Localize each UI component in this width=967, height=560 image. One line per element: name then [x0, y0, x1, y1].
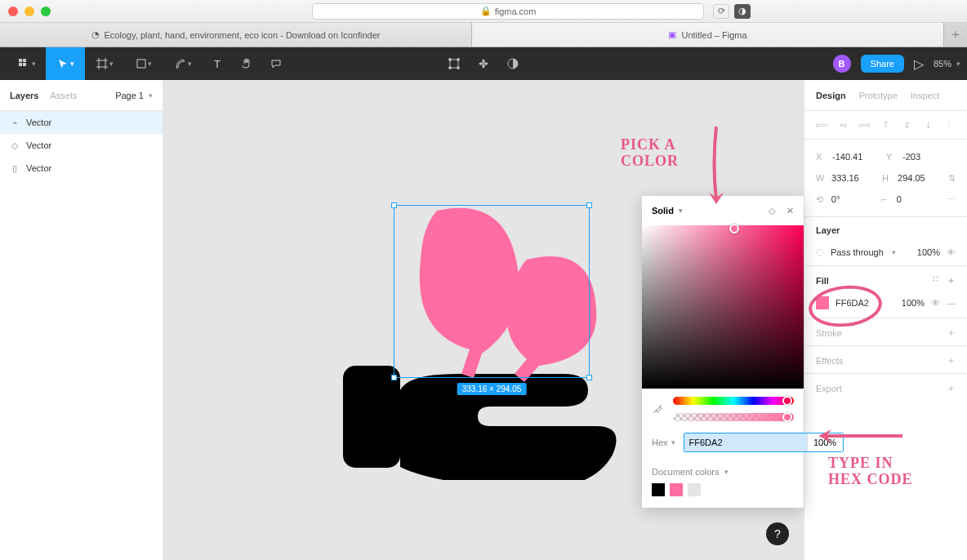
distribute-icon[interactable]: ⋮ [942, 118, 957, 132]
prop-x[interactable]: -140.41 [832, 152, 881, 162]
component-icon[interactable] [478, 58, 489, 69]
fill-swatch[interactable] [816, 296, 829, 309]
prop-w[interactable]: 333.16 [831, 173, 877, 183]
svg-text:T: T [214, 59, 221, 69]
tab-inspect[interactable]: Inspect [911, 91, 939, 100]
alpha-slider[interactable] [673, 413, 794, 421]
add-effect-icon[interactable]: ＋ [947, 354, 956, 367]
remove-fill-icon[interactable]: — [947, 298, 956, 308]
browser-chrome-top: 🔒 figma.com ⟳ ◑ [0, 0, 967, 23]
svg-point-11 [448, 59, 451, 61]
svg-rect-1 [19, 63, 22, 66]
constrain-icon[interactable]: ⇅ [948, 173, 956, 184]
fill-hex[interactable]: FF6DA2 [836, 298, 869, 308]
align-left-icon[interactable]: ⟸ [814, 118, 829, 132]
layer-item-0[interactable]: ⌁ Vector [0, 111, 163, 134]
left-panel: Layers Assets Page 1▾ ⌁ Vector ◇ Vector … [0, 80, 163, 560]
svg-point-14 [457, 67, 459, 69]
align-controls: ⟸ ⇔ ⟹ ⤒ ⇕ ⤓ ⋮ [804, 111, 967, 140]
reload-icon[interactable]: ⟳ [713, 4, 729, 19]
help-button[interactable]: ? [766, 522, 789, 545]
pen-tool[interactable]: ▾ [163, 47, 203, 80]
align-right-icon[interactable]: ⟹ [857, 118, 871, 132]
color-format-select[interactable]: Hex▾ [652, 438, 675, 447]
hex-input-group [684, 433, 844, 452]
visibility-icon[interactable]: 👁 [947, 247, 956, 257]
traffic-lights [8, 7, 51, 16]
color-mode-select[interactable]: Solid▾ [652, 206, 683, 216]
frame-tool[interactable]: ▾ [85, 47, 124, 80]
color-picker-popup: Solid▾ ◇ ✕ Hex▾ Document colors▾ [642, 196, 804, 508]
edit-object-icon[interactable] [448, 58, 460, 69]
color-field[interactable] [642, 225, 804, 389]
svg-rect-10 [450, 60, 458, 68]
selection-dimensions: 333.16 × 294.05 [457, 383, 527, 395]
prop-corner[interactable]: 0 [897, 194, 942, 204]
tab-design[interactable]: Design [816, 91, 846, 100]
add-fill-icon[interactable]: ＋ [947, 274, 956, 287]
fill-visibility-icon[interactable]: 👁 [931, 298, 940, 308]
add-stroke-icon[interactable]: ＋ [947, 327, 956, 339]
hex-opacity-input[interactable] [807, 433, 843, 451]
add-export-icon[interactable]: ＋ [947, 382, 956, 394]
new-tab-button[interactable]: ＋ [944, 23, 967, 47]
tab-layers[interactable]: Layers [10, 91, 38, 100]
close-window[interactable] [8, 7, 18, 16]
comment-tool[interactable] [261, 47, 291, 80]
blend-icon[interactable]: ◇ [769, 206, 775, 216]
minimize-window[interactable] [25, 7, 34, 16]
text-tool[interactable]: T [203, 47, 232, 80]
move-tool[interactable]: ▾ [46, 47, 85, 80]
doc-swatch-1[interactable] [670, 483, 683, 496]
main-menu-button[interactable]: ▾ [7, 47, 46, 80]
document-swatches [642, 480, 804, 508]
zoom-control[interactable]: 85%▾ [934, 59, 960, 69]
prop-rotation[interactable]: 0° [831, 194, 876, 204]
user-avatar[interactable]: B [833, 55, 851, 73]
fill-opacity[interactable]: 100% [890, 298, 925, 308]
vector-icon: ▯ [10, 163, 20, 173]
hue-slider[interactable] [673, 397, 794, 405]
prop-y[interactable]: -203 [902, 152, 951, 162]
close-icon[interactable]: ✕ [787, 206, 794, 216]
share-button[interactable]: Share [861, 55, 904, 73]
tab-prototype[interactable]: Prototype [859, 91, 898, 100]
more-icon[interactable]: ⋯ [947, 194, 956, 205]
eyedropper-icon[interactable] [652, 403, 663, 415]
favicon-iconfinder: ◔ [91, 29, 100, 40]
fill-styles-icon[interactable]: ∷ [933, 274, 938, 287]
doc-swatch-0[interactable] [652, 483, 665, 496]
align-vcenter-icon[interactable]: ⇕ [900, 118, 915, 132]
shape-tool[interactable]: ▾ [124, 47, 163, 80]
layer-opacity[interactable]: 100% [906, 247, 940, 257]
svg-rect-8 [137, 60, 145, 68]
svg-rect-0 [19, 59, 22, 62]
fill-section-header: Fill ∷＋ [804, 266, 967, 293]
page-selector[interactable]: Page 1▾ [115, 91, 153, 100]
layer-item-2[interactable]: ▯ Vector [0, 157, 163, 180]
export-section-header: Export ＋ [804, 373, 967, 401]
maximize-window[interactable] [41, 7, 51, 16]
align-bottom-icon[interactable]: ⤓ [921, 118, 936, 132]
vector-icon: ◇ [10, 140, 20, 150]
layer-item-1[interactable]: ◇ Vector [0, 134, 163, 157]
align-top-icon[interactable]: ⤒ [878, 118, 893, 132]
doc-swatch-2[interactable] [688, 483, 701, 496]
present-icon[interactable]: ▷ [914, 56, 924, 72]
hand-tool[interactable] [232, 47, 261, 80]
url-bar[interactable]: 🔒 figma.com ⟳ ◑ [312, 3, 704, 20]
browser-tab-figma[interactable]: ▣ Untitled – Figma [472, 23, 944, 47]
blend-mode-select[interactable]: Pass through [831, 247, 884, 257]
vector-icon: ⌁ [10, 118, 20, 127]
browser-tab-iconfinder[interactable]: ◔ Ecology, plant, hand, environment, eco… [0, 23, 472, 47]
favicon-figma: ▣ [668, 29, 676, 40]
prop-h[interactable]: 294.05 [898, 173, 943, 183]
reader-icon[interactable]: ◑ [734, 4, 751, 19]
tab-assets[interactable]: Assets [50, 91, 77, 100]
blend-mode-icon: ◌ [816, 247, 824, 257]
document-colors-select[interactable]: Document colors▾ [642, 462, 804, 480]
rotation-icon: ⟲ [816, 194, 827, 205]
align-hcenter-icon[interactable]: ⇔ [836, 118, 850, 132]
hex-value-input[interactable] [684, 433, 807, 451]
mask-icon[interactable] [507, 58, 519, 69]
